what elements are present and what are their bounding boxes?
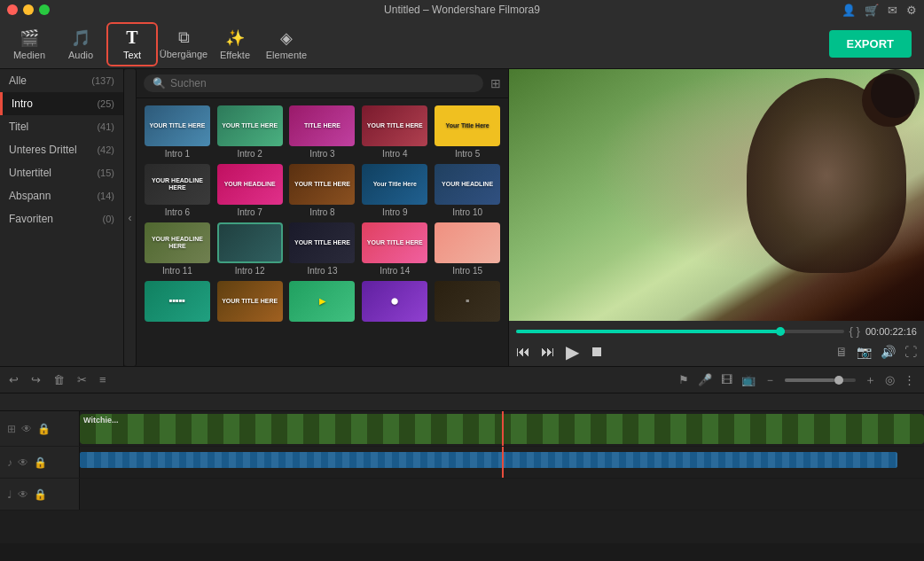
filter-abspann[interactable]: Abspann (14) <box>0 184 123 207</box>
template-intro3[interactable]: TITLE HERE Intro 3 <box>289 105 356 159</box>
zoom-in-icon[interactable]: ＋ <box>865 372 876 388</box>
toolbar-uebergaenge[interactable]: ⧉ Übergänge <box>158 22 209 66</box>
volume-icon[interactable]: 🔊 <box>881 345 896 359</box>
template-intro17[interactable]: YOUR TITLE HERE <box>216 281 284 324</box>
more-icon[interactable]: ⋮ <box>904 373 915 386</box>
template-intro12[interactable]: Intro 12 <box>216 222 284 276</box>
template-intro13[interactable]: YOUR TITLE HERE Intro 13 <box>289 222 356 276</box>
rewind-button[interactable]: ⏮ <box>516 344 530 360</box>
progress-fill <box>516 330 785 333</box>
music-note-icon[interactable]: ♩ <box>7 488 12 501</box>
audio-icon: 🎵 <box>71 28 90 48</box>
message-icon[interactable]: ✉ <box>888 4 897 17</box>
medien-icon: 🎬 <box>20 28 39 48</box>
zoom-dot <box>834 376 843 385</box>
left-panel: Alle (137) Intro (25) Titel (41) Unteres… <box>0 69 124 366</box>
mic-icon[interactable]: 🎤 <box>698 373 712 386</box>
toolbar-medien[interactable]: 🎬 Medien <box>4 22 55 66</box>
template-intro18[interactable]: ▶ <box>289 281 356 324</box>
progress-dot <box>776 327 785 336</box>
template-intro19[interactable]: ⬤ <box>361 281 428 324</box>
toolbar-audio[interactable]: 🎵 Audio <box>55 22 106 66</box>
filter-titel[interactable]: Titel (41) <box>0 115 123 138</box>
maximize-button[interactable] <box>39 4 50 15</box>
template-intro7[interactable]: YOUR HEADLINE Intro 7 <box>216 164 284 217</box>
eye-icon-2[interactable]: 👁 <box>18 456 28 469</box>
eye-icon-3[interactable]: 👁 <box>18 488 28 501</box>
film-icon[interactable]: 🎞 <box>721 373 732 386</box>
stop-button[interactable]: ⏹ <box>590 344 604 360</box>
progress-bar[interactable] <box>516 330 844 333</box>
search-input-wrap[interactable]: 🔍 <box>144 74 483 92</box>
playback-buttons: ⏮ ⏭ ▶ ⏹ <box>516 341 604 362</box>
template-intro11[interactable]: YOUR HEADLINE HERE Intro 11 <box>144 222 211 276</box>
play-button[interactable]: ▶ <box>566 341 579 362</box>
grid-view-icon[interactable]: ⊞ <box>490 76 501 90</box>
zoom-out-icon[interactable]: － <box>764 372 776 388</box>
filter-untertitel[interactable]: Untertitel (15) <box>0 161 123 184</box>
timeline-right-tools: ⚑ 🎤 🎞 📺 － ＋ ◎ ⋮ <box>678 372 915 388</box>
collapse-panel-arrow[interactable]: ‹ <box>124 69 137 366</box>
scissors-icon[interactable]: ✂ <box>77 373 87 386</box>
search-icon: 🔍 <box>153 77 166 90</box>
template-intro8[interactable]: YOUR TITLE HERE Intro 8 <box>289 164 356 217</box>
main-toolbar: 🎬 Medien 🎵 Audio T Text ⧉ Übergänge ✨ Ef… <box>0 19 924 69</box>
preview-controls: { } 00:00:22:16 ⏮ ⏭ ▶ ⏹ 🖥 📷 🔊 ⛶ <box>509 321 924 366</box>
window-title: Untitled – Wondershare Filmora9 <box>384 4 540 16</box>
template-intro4[interactable]: YOUR TITLE HERE Intro 4 <box>361 105 428 159</box>
template-intro14[interactable]: YOUR TITLE HERE Intro 14 <box>361 222 428 276</box>
filter-intro[interactable]: Intro (25) <box>0 92 123 115</box>
audio-clip[interactable] <box>80 452 897 468</box>
fullscreen-icon[interactable]: ⛶ <box>904 345 917 359</box>
filter-favoriten[interactable]: Favoriten (0) <box>0 207 123 230</box>
timeline-ruler: 00:00:00:00 00:00:05:00 00:00:10:00 00:0… <box>0 393 924 411</box>
filter-alle[interactable]: Alle (137) <box>0 69 123 92</box>
minimize-button[interactable] <box>23 4 34 15</box>
content-wrapper: Alle (137) Intro (25) Titel (41) Unteres… <box>0 69 924 366</box>
zoom-slider[interactable] <box>785 378 856 382</box>
clip-label: Witchie... <box>83 416 118 425</box>
video-placeholder <box>509 69 924 321</box>
close-button[interactable] <box>7 4 18 15</box>
eye-icon[interactable]: 👁 <box>21 423 32 435</box>
lock-icon-2[interactable]: 🔒 <box>34 456 47 469</box>
screen-icon[interactable]: 📺 <box>741 373 756 386</box>
redo-icon[interactable]: ↪ <box>31 373 41 386</box>
export-button[interactable]: EXPORT <box>829 30 912 58</box>
template-intro9[interactable]: Your Title Here Intro 9 <box>361 164 428 217</box>
add-track-icon[interactable]: ⊞ <box>7 423 16 435</box>
template-intro1[interactable]: YOUR TITLE HERE Intro 1 <box>144 105 211 159</box>
settings-icon[interactable]: ⚙ <box>906 4 917 17</box>
account-icon[interactable]: 👤 <box>842 4 856 17</box>
template-intro2[interactable]: YOUR TITLE HERE Intro 2 <box>216 105 284 159</box>
lock-icon[interactable]: 🔒 <box>37 423 51 435</box>
step-back-button[interactable]: ⏭ <box>541 344 555 360</box>
list-icon[interactable]: ≡ <box>99 373 106 386</box>
monitor-icon[interactable]: 🖥 <box>835 345 848 359</box>
template-intro10[interactable]: YOUR HEADLINE Intro 10 <box>434 164 501 217</box>
music-icon[interactable]: ♪ <box>7 456 12 469</box>
toolbar-effekte[interactable]: ✨ Effekte <box>209 22 261 66</box>
effekte-icon: ✨ <box>225 28 245 48</box>
camera-snapshot-icon[interactable]: 📷 <box>857 345 872 359</box>
undo-icon[interactable]: ↩ <box>9 373 19 386</box>
toolbar-text[interactable]: T Text <box>106 22 158 66</box>
lock-icon-3[interactable]: 🔒 <box>34 488 47 501</box>
text-icon: T <box>126 27 137 48</box>
filter-unteres-drittel[interactable]: Unteres Drittel (42) <box>0 138 123 161</box>
search-input[interactable] <box>170 77 474 90</box>
delete-icon[interactable]: 🗑 <box>53 373 65 386</box>
template-intro5[interactable]: Your Title Here Intro 5 <box>434 105 501 159</box>
fit-icon[interactable]: ◎ <box>885 373 895 386</box>
timeline-toolbar: ↩ ↪ 🗑 ✂ ≡ ⚑ 🎤 🎞 📺 － ＋ ◎ ⋮ <box>0 367 924 393</box>
cart-icon[interactable]: 🛒 <box>865 4 879 17</box>
template-intro15[interactable]: Intro 15 <box>434 222 501 276</box>
audio-track-row: ♪ 👁 🔒 <box>0 447 924 479</box>
flag-icon[interactable]: ⚑ <box>678 373 689 386</box>
template-intro20[interactable]: ≡ <box>434 281 501 324</box>
toolbar-elemente[interactable]: ◈ Elemente <box>261 22 312 66</box>
template-intro6[interactable]: YOUR HEADLINE HERE Intro 6 <box>144 164 211 217</box>
video-track-row: ⊞ 👁 🔒 Witchie... <box>0 411 924 447</box>
template-intro16[interactable]: ■■■■■ <box>144 281 211 324</box>
chevron-left-icon: ‹ <box>129 212 132 224</box>
